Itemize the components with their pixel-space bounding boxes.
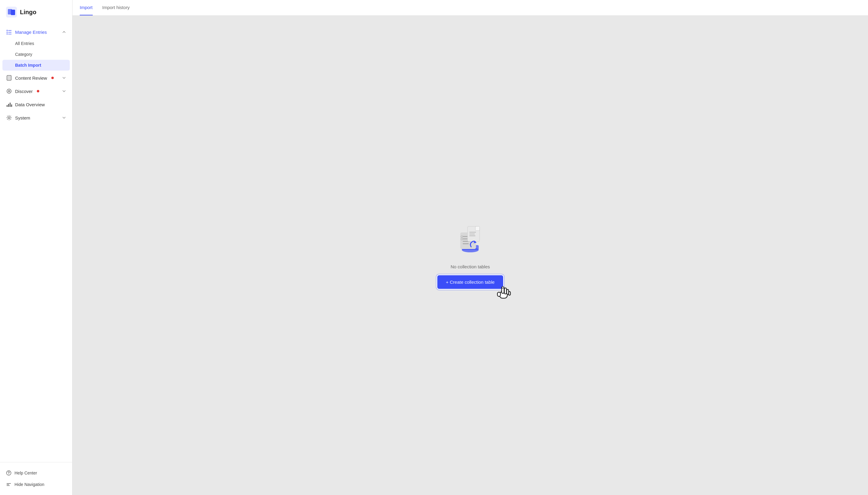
svg-rect-7 [7,34,7,34]
svg-rect-4 [8,30,12,31]
sidebar: Lingo Manage Entries [0,0,72,495]
svg-rect-21 [11,104,12,107]
manage-entries-subnav: All Entries Category Batch Import [0,38,72,71]
svg-rect-26 [7,484,9,485]
create-button-wrapper: + Create collection table [437,275,503,289]
svg-rect-14 [9,78,11,78]
svg-rect-39 [469,232,476,233]
svg-rect-38 [475,226,480,231]
svg-rect-45 [504,288,506,294]
empty-state: No collection tables + Create collection… [437,222,503,289]
svg-rect-3 [7,30,7,31]
nav-section-manage-entries: Manage Entries All Entries Category Batc… [0,26,72,71]
manage-entries-label: Manage Entries [15,30,47,35]
hide-navigation-label: Hide Navigation [15,482,45,487]
sidebar-item-category[interactable]: Category [0,49,72,60]
svg-rect-25 [7,483,11,484]
sidebar-item-data-overview[interactable]: Data Overview [0,98,72,110]
sidebar-item-discover[interactable]: Discover [0,85,72,97]
discover-label: Discover [15,89,33,94]
logo-area[interactable]: Lingo [0,0,72,23]
cursor-icon [495,284,513,303]
svg-rect-48 [508,292,511,295]
svg-rect-40 [469,234,475,235]
chevron-up-icon [62,30,66,34]
svg-rect-34 [463,243,469,244]
sidebar-nav: Manage Entries All Entries Category Batc… [0,23,72,462]
help-icon [6,470,12,476]
svg-rect-41 [469,235,475,236]
manage-entries-icon [6,29,12,35]
svg-rect-27 [7,485,10,486]
sidebar-item-manage-entries[interactable]: Manage Entries [0,26,72,38]
system-icon [6,115,12,121]
svg-rect-11 [8,78,9,78]
svg-point-16 [7,89,11,93]
svg-rect-18 [7,105,7,107]
discover-dot [37,90,39,92]
nav-section-data-overview: Data Overview [0,98,72,110]
help-center-label: Help Center [15,471,37,475]
svg-rect-47 [497,292,500,296]
tabs-bar: Import Import history [72,0,868,16]
no-tables-text: No collection tables [451,264,490,269]
svg-rect-20 [10,103,11,107]
empty-state-illustration [452,222,488,258]
sidebar-bottom: Help Center Hide Navigation [0,462,72,495]
lingo-logo-icon [6,7,17,17]
svg-rect-8 [8,34,12,34]
svg-rect-2 [11,10,15,15]
svg-rect-6 [8,32,12,33]
app-name: Lingo [20,9,36,16]
sidebar-item-content-review[interactable]: Content Review [0,72,72,84]
sidebar-item-system[interactable]: System [0,112,72,124]
svg-rect-10 [8,76,9,77]
svg-rect-19 [8,104,9,107]
sidebar-item-all-entries[interactable]: All Entries [0,38,72,49]
tab-import[interactable]: Import [80,0,93,15]
svg-point-24 [9,474,9,475]
tab-import-history[interactable]: Import history [102,0,130,15]
hide-navigation-item[interactable]: Hide Navigation [0,479,72,490]
svg-point-22 [8,117,10,119]
chevron-down-icon-discover [62,89,66,93]
discover-icon [6,88,12,94]
chevron-down-icon-system [62,116,66,120]
main-area: Import Import history [72,0,868,495]
nav-section-system: System [0,112,72,124]
svg-point-17 [9,90,10,92]
data-overview-icon [6,101,12,107]
create-collection-table-button[interactable]: + Create collection table [437,275,503,289]
hide-nav-icon [6,482,12,487]
svg-point-49 [502,287,504,288]
sidebar-item-batch-import[interactable]: Batch Import [2,60,70,71]
svg-rect-5 [7,32,7,33]
main-content: No collection tables + Create collection… [72,16,868,495]
nav-section-content-review: Content Review [0,72,72,84]
content-review-label: Content Review [15,75,47,81]
chevron-down-icon-content-review [62,76,66,80]
svg-rect-12 [8,79,9,79]
content-review-dot [51,77,54,79]
data-overview-label: Data Overview [15,102,45,107]
help-center-item[interactable]: Help Center [0,467,72,479]
no-tables-icon [454,223,487,257]
system-label: System [15,115,30,120]
content-review-icon [6,75,12,81]
nav-section-discover: Discover [0,85,72,97]
